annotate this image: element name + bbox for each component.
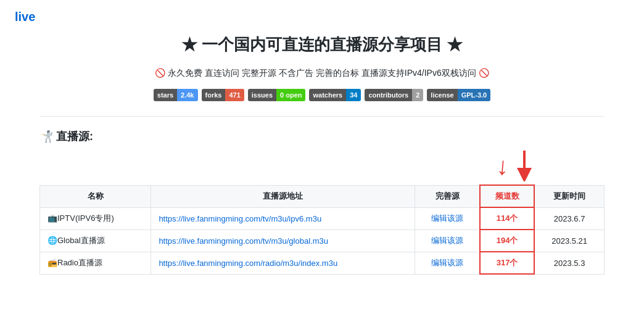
main-content: ★ 一个国内可直连的直播源分享项目 ★ 🚫 永久免费 直连访问 完整开源 不含广… xyxy=(15,24,629,284)
live-sources-table: 名称 直播源地址 完善源 频道数 更新时间 📺IPTV(IPV6专用) http… xyxy=(39,185,605,275)
row3-edit-link[interactable]: 编辑该源 xyxy=(431,258,463,267)
row3-updated: 2023.5.3 xyxy=(534,252,604,274)
row2-name: 🌐Global直播源 xyxy=(40,230,151,252)
row1-edit: 编辑该源 xyxy=(415,207,480,230)
badge-license[interactable]: license GPL-3.0 xyxy=(427,89,490,101)
badge-watchers-value: 34 xyxy=(346,89,361,101)
row2-edit: 编辑该源 xyxy=(415,230,480,252)
page-wrapper: live ★ 一个国内可直连的直播源分享项目 ★ 🚫 永久免费 直连访问 完整开… xyxy=(0,0,644,294)
badge-watchers-label: watchers xyxy=(309,89,346,101)
badge-forks[interactable]: forks 471 xyxy=(202,89,244,101)
row2-updated: 2023.5.21 xyxy=(534,230,604,252)
col-header-url: 直播源地址 xyxy=(151,185,415,207)
row3-edit: 编辑该源 xyxy=(415,252,480,274)
row3-channels: 317个 xyxy=(480,252,534,274)
repo-title[interactable]: live xyxy=(15,10,35,23)
badge-license-value: GPL-3.0 xyxy=(458,89,491,101)
badge-license-label: license xyxy=(427,89,457,101)
table-row: 📺IPTV(IPV6专用) https://live.fanmingming.c… xyxy=(40,207,605,230)
row1-edit-link[interactable]: 编辑该源 xyxy=(431,214,463,223)
row3-icon: 📻 xyxy=(47,258,57,267)
badge-issues[interactable]: issues 0 open xyxy=(248,89,306,101)
col-header-name: 名称 xyxy=(40,185,151,207)
table-row: 🌐Global直播源 https://live.fanmingming.com/… xyxy=(40,230,605,252)
row1-url-cell: https://live.fanmingming.com/tv/m3u/ipv6… xyxy=(151,207,415,230)
row1-icon: 📺 xyxy=(47,214,57,223)
row2-channels: 194个 xyxy=(480,230,534,252)
badge-forks-value: 471 xyxy=(225,89,244,101)
badge-issues-label: issues xyxy=(248,89,276,101)
row1-name: 📺IPTV(IPV6专用) xyxy=(40,207,151,230)
col-header-updated: 更新时间 xyxy=(534,185,604,207)
row2-edit-link[interactable]: 编辑该源 xyxy=(431,236,463,245)
row2-url-link[interactable]: https://live.fanmingming.com/tv/m3u/glob… xyxy=(159,236,328,246)
arrow-area: ↓ xyxy=(39,154,605,185)
row3-url-link[interactable]: https://live.fanmingming.com/radio/m3u/i… xyxy=(159,259,337,268)
section-divider xyxy=(39,116,605,117)
row2-icon: 🌐 xyxy=(47,236,57,245)
badge-contributors[interactable]: contributors 2 xyxy=(365,89,423,101)
section-title: 🤺 直播源: xyxy=(39,129,605,144)
badge-contributors-value: 2 xyxy=(412,89,423,101)
hero-title: ★ 一个国内可直连的直播源分享项目 ★ xyxy=(39,34,605,56)
section-title-text: 🤺 直播源: xyxy=(39,129,93,144)
row1-url-link[interactable]: https://live.fanmingming.com/tv/m3u/ipv6… xyxy=(159,214,321,223)
row3-url-cell: https://live.fanmingming.com/radio/m3u/i… xyxy=(151,252,415,274)
row2-url-cell: https://live.fanmingming.com/tv/m3u/glob… xyxy=(151,230,415,252)
row3-name: 📻Radio直播源 xyxy=(40,252,151,274)
col-header-edit: 完善源 xyxy=(415,185,480,207)
badge-issues-value: 0 open xyxy=(276,89,305,101)
col-header-channels: 频道数 xyxy=(480,185,534,207)
red-arrow-icon xyxy=(506,147,543,181)
badge-stars[interactable]: stars 2.4k xyxy=(154,89,198,101)
row1-channels: 114个 xyxy=(480,207,534,230)
table-row: 📻Radio直播源 https://live.fanmingming.com/r… xyxy=(40,252,605,274)
badge-stars-value: 2.4k xyxy=(177,89,197,101)
badge-contributors-label: contributors xyxy=(365,89,412,101)
badge-stars-label: stars xyxy=(154,89,177,101)
table-container: ↓ 名称 直播源地址 完善源 xyxy=(39,154,605,275)
badges-container: stars 2.4k forks 471 issues 0 open watch… xyxy=(39,89,605,101)
badge-forks-label: forks xyxy=(202,89,226,101)
subtitle: 🚫 永久免费 直连访问 完整开源 不含广告 完善的台标 直播源支持IPv4/IP… xyxy=(39,68,605,79)
badge-watchers[interactable]: watchers 34 xyxy=(309,89,361,101)
row1-updated: 2023.6.7 xyxy=(534,207,604,230)
